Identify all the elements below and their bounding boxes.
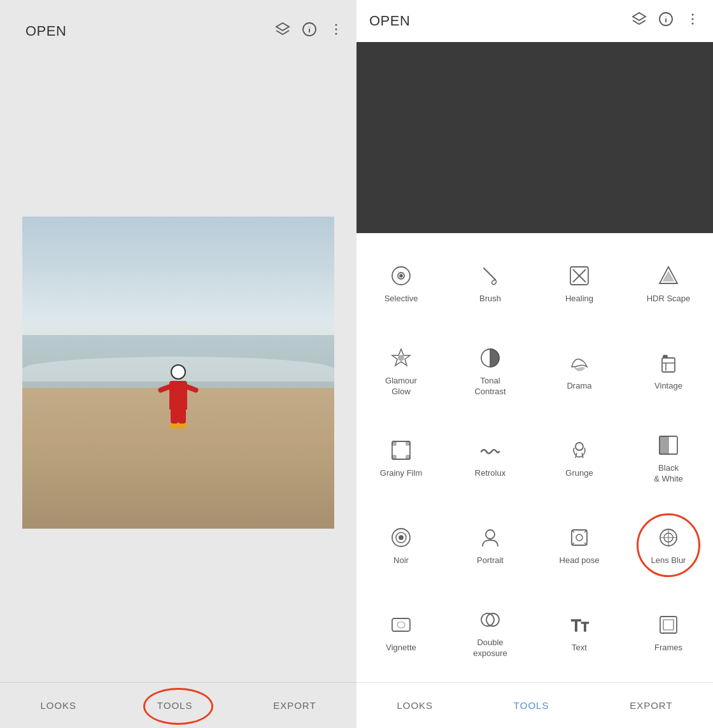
right-nav-export[interactable]: EXPORT xyxy=(617,694,685,717)
drama-label: Drama xyxy=(567,381,591,392)
right-panel: OPEN xyxy=(356,0,713,728)
svg-marker-0 xyxy=(276,23,289,31)
double-label: Double exposure xyxy=(473,638,507,659)
tool-grainy-film[interactable]: Grainy Film xyxy=(356,414,446,501)
right-open-label[interactable]: OPEN xyxy=(369,13,410,29)
left-nav-export[interactable]: EXPORT xyxy=(260,694,328,717)
retrolux-label: Retrolux xyxy=(475,468,505,479)
portrait-label: Portrait xyxy=(477,555,504,566)
glamour-label: Glamour Glow xyxy=(385,376,417,397)
svg-rect-30 xyxy=(392,441,396,445)
grainy-icon xyxy=(387,436,415,464)
portrait-icon xyxy=(476,524,504,552)
left-header: OPEN xyxy=(0,0,356,62)
glamour-icon xyxy=(387,344,415,372)
right-image-area xyxy=(356,42,713,233)
tool-selective[interactable]: Selective xyxy=(356,239,446,327)
tool-drama[interactable]: Drama xyxy=(535,327,624,414)
frames-label: Frames xyxy=(654,643,682,653)
tools-grid: Selective Brush Healing HDR Scape xyxy=(356,233,713,682)
tool-black-white[interactable]: Black & White xyxy=(624,414,713,501)
hdr-icon xyxy=(654,262,682,290)
svg-point-6 xyxy=(335,33,337,35)
svg-point-4 xyxy=(335,24,337,26)
photo-container xyxy=(22,217,334,529)
tonal-icon xyxy=(476,344,504,372)
svg-point-16 xyxy=(400,275,402,277)
right-nav-tools[interactable]: TOOLS xyxy=(501,694,562,717)
svg-point-13 xyxy=(692,23,694,25)
svg-rect-26 xyxy=(662,358,675,372)
healing-icon xyxy=(565,262,593,290)
child-figure xyxy=(169,366,187,410)
tool-double-exposure[interactable]: Double exposure xyxy=(446,589,535,676)
vignette-label: Vignette xyxy=(386,643,416,653)
tool-glamour-glow[interactable]: Glamour Glow xyxy=(356,327,446,414)
left-image-area xyxy=(0,62,356,682)
svg-point-34 xyxy=(575,443,583,450)
child-boot-left xyxy=(170,424,178,429)
svg-point-41 xyxy=(399,536,403,539)
svg-point-5 xyxy=(335,29,337,31)
child-body xyxy=(169,381,187,410)
svg-rect-38 xyxy=(660,436,668,454)
right-header-icons xyxy=(632,11,700,31)
hdr-label: HDR Scape xyxy=(647,294,691,304)
svg-marker-7 xyxy=(633,13,646,20)
svg-text:Tт: Tт xyxy=(571,616,589,635)
svg-rect-31 xyxy=(392,455,396,459)
bw-icon xyxy=(654,431,682,459)
svg-point-54 xyxy=(397,622,405,628)
headpose-label: Head pose xyxy=(560,555,600,566)
right-layers-icon[interactable] xyxy=(632,11,647,31)
tool-retrolux[interactable]: Retrolux xyxy=(446,414,535,501)
left-more-icon[interactable] xyxy=(328,22,344,41)
svg-line-17 xyxy=(484,268,495,280)
svg-rect-33 xyxy=(406,455,410,459)
left-panel: OPEN xyxy=(0,0,356,728)
tool-noir[interactable]: Noir xyxy=(356,501,446,589)
tool-text[interactable]: Tт Text xyxy=(535,589,624,676)
text-label: Text xyxy=(572,643,587,653)
brush-label: Brush xyxy=(479,294,501,304)
left-nav-tools[interactable]: TOOLS xyxy=(145,694,206,717)
svg-point-42 xyxy=(486,530,495,539)
tool-tonal-contrast[interactable]: Tonal Contrast xyxy=(446,327,535,414)
vintage-label: Vintage xyxy=(654,381,682,392)
grainy-label: Grainy Film xyxy=(380,468,422,479)
tool-lens-blur[interactable]: Lens Blur xyxy=(624,501,713,589)
tool-portrait[interactable]: Portrait xyxy=(446,501,535,589)
right-more-icon[interactable] xyxy=(685,11,700,31)
tool-vignette[interactable]: Vignette xyxy=(356,589,446,676)
noir-icon xyxy=(387,524,415,552)
tool-vintage[interactable]: Vintage xyxy=(624,327,713,414)
svg-point-23 xyxy=(399,355,404,360)
right-nav-looks[interactable]: LOOKS xyxy=(384,694,446,717)
right-header: OPEN xyxy=(356,0,713,42)
tool-hdr-scape[interactable]: HDR Scape xyxy=(624,239,713,327)
tool-frames[interactable]: Frames xyxy=(624,589,713,676)
right-bottom-nav: LOOKS TOOLS EXPORT xyxy=(356,682,713,728)
tool-grunge[interactable]: Grunge xyxy=(535,414,624,501)
svg-rect-59 xyxy=(663,620,674,630)
double-icon xyxy=(476,606,504,634)
left-layers-icon[interactable] xyxy=(275,22,290,41)
svg-rect-32 xyxy=(406,441,410,445)
lensblur-icon xyxy=(654,524,682,552)
left-open-label[interactable]: OPEN xyxy=(13,11,79,51)
right-info-icon[interactable] xyxy=(658,11,674,31)
frames-icon xyxy=(654,611,682,639)
child-boot-right xyxy=(178,424,187,429)
svg-line-36 xyxy=(582,453,583,458)
left-nav-looks[interactable]: LOOKS xyxy=(27,694,89,717)
left-info-icon[interactable] xyxy=(302,22,317,41)
text-icon: Tт xyxy=(565,611,593,639)
svg-point-44 xyxy=(576,534,582,541)
tool-head-pose[interactable]: Head pose xyxy=(535,501,624,589)
selective-label: Selective xyxy=(385,294,418,304)
vignette-icon xyxy=(387,611,415,639)
svg-point-11 xyxy=(692,14,694,16)
tool-brush[interactable]: Brush xyxy=(446,239,535,327)
tool-healing[interactable]: Healing xyxy=(535,239,624,327)
brush-icon xyxy=(476,262,504,290)
